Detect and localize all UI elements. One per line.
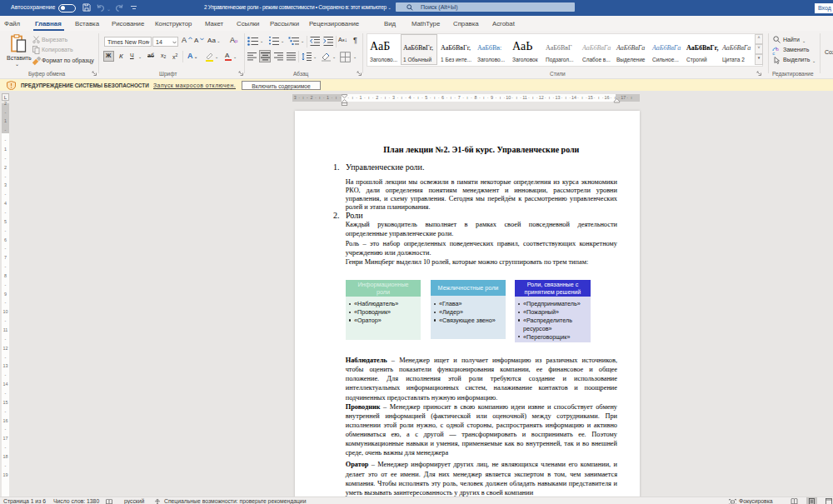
- svg-text:c: c: [772, 51, 775, 55]
- svg-text:b: b: [776, 47, 780, 52]
